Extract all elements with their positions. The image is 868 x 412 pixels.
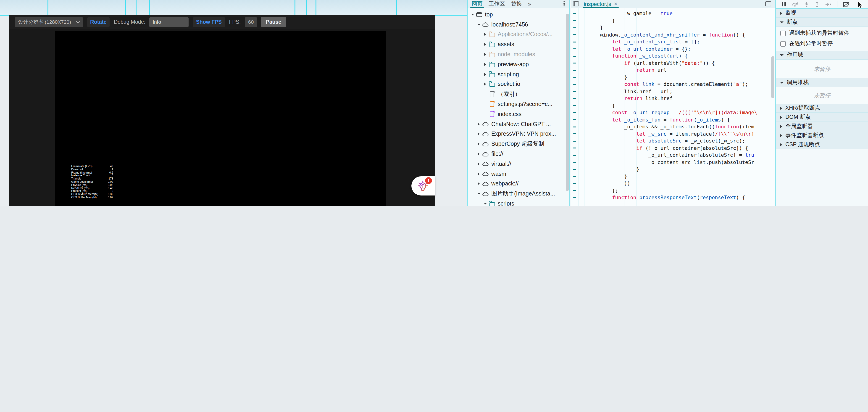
breakpoint-dash[interactable] <box>573 134 576 135</box>
editor-body[interactable]: _w_gamble = true } } window._o_content_a… <box>570 8 775 206</box>
breakpoint-dash[interactable] <box>573 13 576 14</box>
section-dom[interactable]: DOM 断点 <box>776 113 868 122</box>
breakpoint-dash[interactable] <box>573 77 576 78</box>
tree-item-settings-js-scene-c[interactable]: settings.js?scene=c... <box>468 99 569 109</box>
breakpoint-dash[interactable] <box>573 119 576 120</box>
image-assistant-widget[interactable]: 1 <box>411 176 435 196</box>
checkbox-icon[interactable] <box>780 41 786 47</box>
more-tabs-icon[interactable]: » <box>528 0 531 7</box>
editor-tab-inspector-js[interactable]: inspector.js × <box>582 0 619 8</box>
collapse-icon[interactable] <box>469 14 475 16</box>
tree-item-applications-cocos[interactable]: Applications/Cocos/... <box>468 29 569 39</box>
expand-icon[interactable] <box>482 63 488 66</box>
tab-overrides[interactable]: 替换 <box>511 0 522 8</box>
deactivate-breakpoints-icon[interactable] <box>843 2 850 7</box>
editor-vertical-scrollbar[interactable] <box>771 56 774 98</box>
tree-item-webpack[interactable]: webpack:// <box>468 179 569 189</box>
tree-item-item[interactable]: （索引） <box>468 89 569 99</box>
tree-item-assets[interactable]: assets <box>468 39 569 50</box>
section-csp[interactable]: CSP 违规断点 <box>776 140 868 149</box>
expand-icon[interactable] <box>476 132 482 136</box>
expand-icon[interactable] <box>476 162 482 166</box>
breakpoint-dash[interactable] <box>573 190 576 191</box>
breakpoint-dash[interactable] <box>573 98 576 99</box>
breakpoint-dash[interactable] <box>573 41 576 42</box>
close-tab-icon[interactable]: × <box>614 0 617 7</box>
breakpoint-dash[interactable] <box>573 91 576 92</box>
collapse-icon[interactable] <box>476 193 482 195</box>
tree-item-file[interactable]: file:// <box>468 149 569 159</box>
step-out-icon[interactable] <box>814 1 819 7</box>
breakpoint-dash[interactable] <box>573 176 576 177</box>
breakpoint-dash[interactable] <box>573 112 576 113</box>
breakpoint-dash[interactable] <box>573 49 576 50</box>
breakpoint-dash[interactable] <box>573 105 576 106</box>
navigator-menu-icon[interactable] <box>562 1 566 7</box>
expand-icon[interactable] <box>476 152 482 156</box>
tree-item-supercopy[interactable]: SuperCopy 超级复制 <box>468 139 569 149</box>
expand-icon[interactable] <box>482 83 488 86</box>
expand-icon[interactable] <box>476 182 482 186</box>
breakpoint-dash[interactable] <box>573 183 576 184</box>
breakpoint-dash[interactable] <box>573 141 576 142</box>
section-breakpoints[interactable]: 断点 <box>776 18 868 27</box>
tree-item-scripts[interactable]: scripts <box>468 199 569 206</box>
breakpoint-dash[interactable] <box>573 84 576 85</box>
navigator-scrollbar[interactable] <box>566 14 569 191</box>
debug-mode-select[interactable]: Info <box>150 17 189 27</box>
tree-item-expressvpn-vpn-prox[interactable]: ExpressVPN: VPN prox... <box>468 129 569 139</box>
tree-item-preview-app[interactable]: preview-app <box>468 59 569 69</box>
expand-icon[interactable] <box>476 172 482 176</box>
breakpoint-dash[interactable] <box>573 169 576 170</box>
pause-button[interactable]: Pause <box>261 17 286 27</box>
collapse-navigator-icon[interactable] <box>573 1 579 6</box>
expand-icon[interactable] <box>482 43 488 47</box>
fps-input[interactable]: 60 <box>245 17 257 27</box>
game-canvas[interactable]: Framerate (FPS)43Draw call1Frame time (m… <box>55 31 386 206</box>
rotate-button[interactable]: Rotate <box>87 17 110 27</box>
tree-item-imageassista[interactable]: 图片助手(ImageAssista... <box>468 189 569 199</box>
expand-icon[interactable] <box>476 122 482 126</box>
breakpoint-dash[interactable] <box>573 27 576 28</box>
section-watch[interactable]: 监视 <box>776 9 868 18</box>
resolution-select[interactable]: 设计分辨率 (1280X720) <box>14 17 83 27</box>
tree-item-scripting[interactable]: scripting <box>468 69 569 80</box>
tab-workspace[interactable]: 工作区 <box>489 0 505 8</box>
pause-script-icon[interactable] <box>781 1 786 7</box>
breakpoint-dash[interactable] <box>573 126 576 127</box>
open-sidebar-icon[interactable] <box>765 1 771 6</box>
tree-item-wasm[interactable]: wasm <box>468 169 569 179</box>
tree-item-index-css[interactable]: index.css <box>468 109 569 119</box>
breakpoint-dash[interactable] <box>573 197 576 198</box>
breakpoint-dash[interactable] <box>573 63 576 64</box>
collapse-icon[interactable] <box>482 203 488 205</box>
tree-item-localhost-7456[interactable]: localhost:7456 <box>468 20 569 30</box>
pause-uncaught-checkbox[interactable]: 遇到未捕获的异常时暂停 <box>780 29 864 37</box>
breakpoint-dash[interactable] <box>573 34 576 35</box>
expand-icon[interactable] <box>482 72 488 76</box>
breakpoint-dash[interactable] <box>573 162 576 163</box>
collapse-icon[interactable] <box>476 24 482 25</box>
section-item[interactable]: 事件监听器断点 <box>776 131 868 140</box>
tab-page[interactable]: 网页 <box>472 0 483 8</box>
step-over-icon[interactable] <box>792 1 799 7</box>
expand-icon[interactable] <box>476 142 482 146</box>
expand-icon[interactable] <box>482 33 488 36</box>
step-icon[interactable] <box>825 2 832 6</box>
breakpoint-dash[interactable] <box>573 70 576 71</box>
breakpoint-gutter[interactable] <box>570 8 579 206</box>
tree-item-top[interactable]: top <box>468 9 569 20</box>
step-into-icon[interactable] <box>804 1 809 7</box>
tree-item-socket-io[interactable]: socket.io <box>468 79 569 89</box>
breakpoint-dash[interactable] <box>573 20 576 21</box>
pause-caught-checkbox[interactable]: 在遇到异常时暂停 <box>780 40 864 48</box>
section-xhr[interactable]: XHR/提取断点 <box>776 104 868 113</box>
breakpoint-dash[interactable] <box>573 148 576 149</box>
expand-icon[interactable] <box>482 53 488 56</box>
tree-item-chatsnow-chatgpt[interactable]: ChatsNow: ChatGPT ... <box>468 119 569 129</box>
breakpoint-dash[interactable] <box>573 155 576 156</box>
tree-item-virtual[interactable]: virtual:// <box>468 159 569 169</box>
show-fps-button[interactable]: Show FPS <box>193 17 225 27</box>
section-scope[interactable]: 作用域 <box>776 51 868 60</box>
breakpoint-dash[interactable] <box>573 56 576 57</box>
